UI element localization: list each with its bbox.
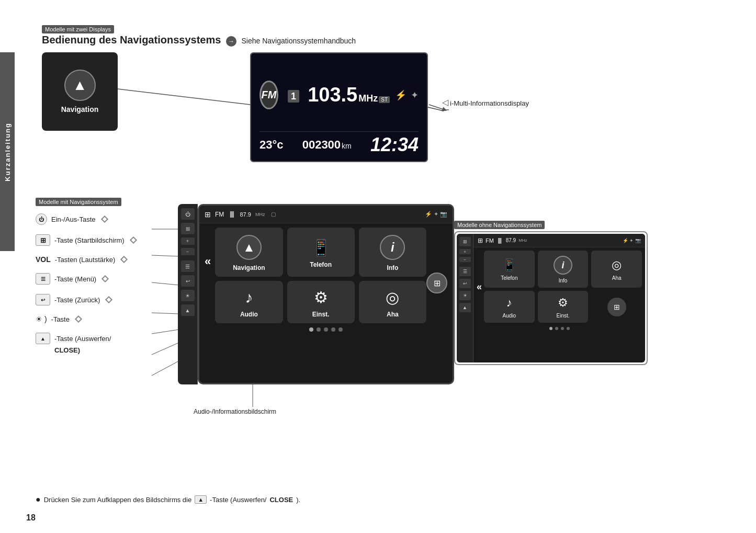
side-tab: Kurzanleitung [0,52,15,251]
ss-audio-icon: ♪ [506,296,512,310]
ss-sidebar-btn2[interactable]: + [459,249,471,254]
small-screen-content: ⊞ FM ▐▌ 87.9 MHz ⚡ ✦ 📷 « 📱 [473,234,645,362]
ein-aus-icon: ⏻ [36,213,47,225]
dot-4 [331,327,335,332]
small-screen: ⊞ + − ☰ ↩ ☀ ▲ ⊞ FM ▐▌ 87.9 MHz ⚡ ✦ 📷 [457,234,645,362]
usb-icon: ⚡ [395,89,407,101]
screen-item-telefon[interactable]: 📱 Telefon [287,228,355,277]
sidebar-back-btn[interactable]: ↩ [181,275,195,287]
ss-item-telefon[interactable]: 📱 Telefon [484,251,535,288]
screen-freq-bar: ▐▌ [228,211,235,217]
grid-button[interactable]: ⊞ [426,273,447,293]
ss-row2: ♪ Audio ⚙ Einst. ⊞ [484,291,642,323]
ss-sidebar-btn1[interactable]: ⊞ [459,237,471,246]
ss-sidebar-btn3[interactable]: − [459,257,471,262]
ss-sidebar-btn5[interactable]: ↩ [459,279,471,288]
eject-close-label: CLOSE) [54,346,138,354]
ss-conn-icons: ⚡ ✦ 📷 [623,238,641,243]
sidebar-menu-btn[interactable]: ☰ [181,260,195,272]
screen-item-einst[interactable]: ⚙ Einst. [287,281,355,323]
control-eject: ▲ -Taste (Auswerfen/ [36,333,138,344]
time-display: 12:34 [370,134,419,156]
svg-line-0 [118,89,250,105]
ss-item-aha[interactable]: ◎ Aha [591,251,642,288]
screen-item-navigation[interactable]: ▲ Navigation [215,228,283,277]
ss-grid-icon: ⊞ [478,237,483,244]
bottom-text2: -Taste (Auswerfen/ [210,496,266,504]
ss-item-info[interactable]: i Info [538,251,589,288]
dot-2 [317,327,321,332]
top-section-label: Modelle mit zwei Displays [42,25,114,33]
navigation-button-box[interactable]: ▲ Navigation [42,52,118,131]
audio-item-label: Audio [240,311,258,318]
nav-section-label: Modelle mit Navigationssystem [36,198,121,206]
ss-freq: 87.9 [506,237,516,243]
bottom-close-icon: ▲ [195,495,207,504]
home-diamond [130,236,137,244]
sidebar-eject-btn[interactable]: ▲ [181,304,195,316]
bottom-text1: Drücken Sie zum Aufklappen des Bildschir… [44,496,192,504]
ss-freq-bar: ▐▌ [497,238,503,243]
ss-sidebar-btn4[interactable]: ☰ [459,267,471,276]
sidebar-disp-btn[interactable]: ☀ [181,290,195,301]
info-circle: i [380,235,405,260]
screen-item-audio[interactable]: ♪ Audio [215,281,283,323]
main-screen: ⊞ FM ▐▌ 87.9 MHz ▢ ⚡ ✦ 📷 « ▲ Navigation [198,204,454,384]
imulti-label: i-Multi-Informationsdisplay [450,99,529,107]
screen-chevron-left[interactable]: « [205,228,211,296]
ss-app-grid: 📱 Telefon i Info ◎ Aha [484,251,642,323]
display-icon: ☀ ) [36,315,47,323]
ss-dot2 [555,327,558,330]
ss-item-einst[interactable]: ⚙ Einst. [538,291,589,323]
einst-icon: ⚙ [314,288,328,307]
screen-item-info[interactable]: i Info [359,228,426,277]
vol-label: -Tasten (Lautstärke) [55,256,116,264]
heading-subtext: Siehe Navigationssystemhandbuch [241,37,356,45]
sidebar-home-btn[interactable]: ⊞ [181,223,195,234]
ss-dot4 [567,327,570,330]
bullet-icon: ● [36,495,41,504]
nav-button-label: Navigation [61,105,99,114]
nav-item-label: Navigation [233,264,265,271]
ss-telefon-label: Telefon [501,275,517,281]
home-icon: ⊞ [36,234,50,246]
control-vol: VOL -Tasten (Lautstärke) [36,255,138,264]
back-icon: ↩ [36,294,50,305]
temp-display: 23°c [259,138,284,152]
sidebar-power-btn[interactable]: ⏻ [181,208,195,220]
ss-chevron[interactable]: « [477,281,482,292]
small-screen-sidebar: ⊞ + − ☰ ↩ ☀ ▲ [457,234,473,362]
svg-line-5 [152,255,179,256]
menu-label: -Taste (Menü) [54,275,96,283]
einst-item-label: Einst. [312,311,330,318]
svg-line-6 [152,282,179,285]
nav-arrow-icon: ▲ [73,77,87,94]
ein-aus-label: Ein-/Aus-Taste [51,216,96,223]
screen-fm-label: FM [215,211,224,218]
audio-info-label: Audio-/Informationsbildschirm [194,408,276,415]
sidebar-vol-plus-btn[interactable]: + [181,237,195,245]
control-ein-aus: ⏻ Ein-/Aus-Taste [36,213,138,225]
ss-grid-btn[interactable]: ⊞ [607,298,626,316]
controls-list: ⏻ Ein-/Aus-Taste ⊞ -Taste (Startbildschi… [36,213,138,354]
side-tab-label: Kurzanleitung [4,122,12,182]
info-icon: i [391,240,394,255]
screen-item-aha[interactable]: ◎ Aha [359,281,426,323]
imulti-display: FM 1 103.5 MHz ST ⚡ ✦ 23°c 002300 km 12:… [250,52,428,162]
home-label: -Taste (Startbildschirm) [54,236,125,244]
arrow-icon: → [226,36,236,47]
ss-aha-label: Aha [612,275,622,281]
ss-sidebar-btn6[interactable]: ☀ [459,291,471,300]
screen-photo-icon: ▢ [271,211,276,217]
sidebar-vol-minus-btn[interactable]: − [181,248,195,255]
small-section-label: Modelle ohne Navigationssystem [454,221,545,229]
screen-freq: 87.9 [240,211,251,218]
ein-aus-diamond [100,216,108,223]
aha-item-label: Aha [387,311,399,318]
back-label: -Taste (Zurück) [54,296,100,304]
telefon-item-label: Telefon [310,261,332,268]
ss-sidebar-btn7[interactable]: ▲ [459,303,471,312]
info-item-label: Info [387,264,398,271]
ss-item-audio[interactable]: ♪ Audio [484,291,535,323]
menu-diamond [101,275,109,282]
